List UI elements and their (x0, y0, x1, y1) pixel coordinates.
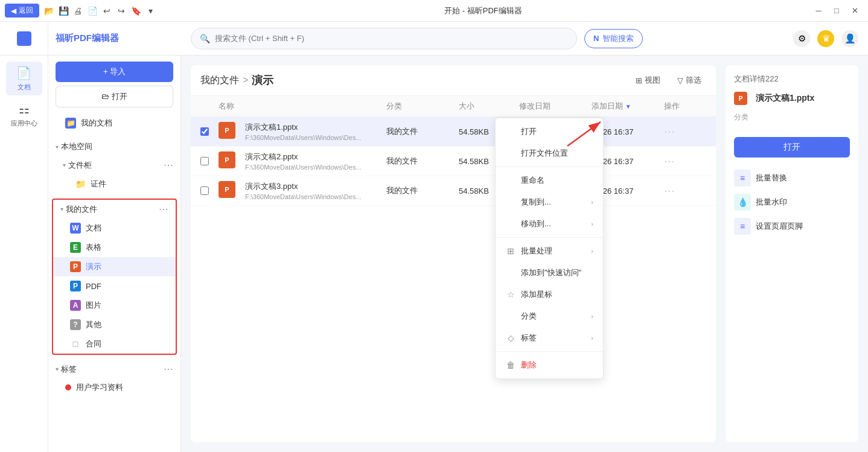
row2-checkbox[interactable] (200, 157, 209, 165)
breadcrumb-parent[interactable]: 我的文件 (200, 74, 239, 87)
dropdown-icon[interactable]: ▾ (144, 5, 156, 17)
row2-actions[interactable]: ⋯ (664, 154, 706, 168)
ai-icon: N (593, 34, 599, 43)
open-label: 🗁 打开 (101, 91, 127, 102)
nav-my-files-contract[interactable]: □ 合同 (53, 334, 176, 354)
col-add-date-label: 添加日期 (592, 101, 623, 110)
print-icon[interactable]: 🖨 (72, 5, 84, 17)
row1-category: 我的文件 (386, 126, 459, 137)
main-layout: 福昕PDF编辑器 📄 文档 ⚏ 应用中心 + 导入 (0, 22, 868, 452)
nav-my-files-header[interactable]: ▾ 我的文件 ⋯ (53, 200, 176, 218)
nav-local-space[interactable]: ▾ 本地空间 (48, 138, 180, 156)
redo-icon[interactable]: ↪ (115, 5, 127, 17)
nav-my-files-img[interactable]: A 图片 (53, 296, 176, 315)
row1-checkbox[interactable] (200, 127, 209, 136)
minimize-button[interactable]: ─ (810, 2, 827, 19)
row2-category: 我的文件 (386, 156, 459, 167)
row3-file-icon: P (219, 181, 235, 198)
import-button[interactable]: + 导入 (56, 62, 173, 82)
row3-checkbox[interactable] (200, 186, 209, 195)
nav-my-docs[interactable]: 📁 我的文档 (48, 113, 180, 133)
sidebar-item-document[interactable]: 📄 文档 (6, 62, 42, 95)
nav-tags-header[interactable]: ▾ 标签 ⋯ (48, 360, 180, 378)
ai-search-button[interactable]: N 智能搜索 (584, 29, 643, 48)
ctx-open[interactable]: 打开 (496, 121, 603, 142)
ctx-copy-to[interactable]: 复制到... › (496, 191, 603, 213)
col-size[interactable]: 大小 (459, 101, 519, 112)
search-box[interactable]: 🔍 (191, 28, 577, 49)
row1-actions[interactable]: ⋯ (664, 125, 706, 138)
table-row[interactable]: P 演示文稿1.pptx F:\360MoveData\Users\Window… (191, 117, 716, 147)
ctx-open-location[interactable]: 打开文件位置 (496, 142, 603, 164)
ctx-divider-2 (496, 237, 603, 238)
crown-icon[interactable]: ♛ (817, 30, 834, 47)
row3-actions[interactable]: ⋯ (664, 184, 706, 197)
col-actions: 操作 (664, 101, 706, 112)
col-category[interactable]: 分类 (386, 101, 459, 112)
col-modify-date[interactable]: 修改日期 (519, 101, 592, 112)
search-input[interactable] (215, 34, 568, 43)
left-column: 福昕PDF编辑器 📄 文档 ⚏ 应用中心 + 导入 (0, 22, 181, 452)
nav-my-files-sheet[interactable]: E 表格 (53, 238, 176, 257)
sidebar-logo-area (0, 22, 48, 55)
nav-my-files-other[interactable]: ? 其他 (53, 315, 176, 334)
app-logo (17, 31, 31, 46)
view-button[interactable]: ⊞ 视图 (631, 72, 665, 88)
ctx-category[interactable]: 分类 › (496, 305, 603, 327)
sort-arrow-icon: ▼ (625, 103, 631, 110)
my-files-more[interactable]: ⋯ (159, 203, 168, 215)
ppt-type-label: 演示 (86, 261, 101, 272)
maximize-button[interactable]: □ (828, 2, 845, 19)
nav-tag-user-learning[interactable]: 用户学习资料 (48, 378, 180, 396)
settings-icon[interactable]: ⚙ (793, 30, 810, 47)
stamp-icon[interactable]: 🔖 (130, 5, 142, 17)
row2-filepath: F:\360MoveData\Users\Windows\Des... (245, 164, 362, 171)
new-doc-icon[interactable]: 📄 (86, 5, 98, 17)
ctx-rename[interactable]: 重命名 (496, 170, 603, 191)
back-button[interactable]: ◀ 返回 (5, 4, 39, 18)
nav-file-cabinet[interactable]: ▾ 文件柜 ⋯ (48, 156, 180, 174)
nav-certificate[interactable]: 📁 证件 (48, 174, 180, 194)
open-button[interactable]: 🗁 打开 (56, 86, 173, 107)
undo-icon[interactable]: ↩ (101, 5, 113, 17)
ctx-rename-label: 重命名 (521, 175, 544, 186)
right-detail-panel: 文档详情222 P 演示文稿1.pptx 分类 打开 ≡ 批量替换 💧 (726, 65, 858, 442)
right-action-batch-watermark[interactable]: 💧 批量水印 (734, 194, 850, 211)
nav-my-files-ppt[interactable]: P 演示 (53, 257, 176, 276)
right-action-batch-replace[interactable]: ≡ 批量替换 (734, 170, 850, 186)
sidebar: 📄 文档 ⚏ 应用中心 (0, 56, 48, 452)
my-files-arrow: ▾ (60, 206, 63, 212)
col-add-date[interactable]: 添加日期 ▼ (592, 101, 664, 112)
search-icon: 🔍 (200, 34, 210, 43)
batch-replace-icon: ≡ (734, 170, 751, 186)
ctx-star[interactable]: ☆ 添加星标 (496, 284, 603, 305)
sidebar-item-apps[interactable]: ⚏ 应用中心 (6, 98, 42, 132)
table-row[interactable]: P 演示文稿3.pptx F:\360MoveData\Users\Window… (191, 176, 716, 206)
tags-more[interactable]: ⋯ (164, 363, 173, 375)
my-files-label: 我的文件 (66, 204, 97, 215)
col-name[interactable]: 名称 (219, 101, 386, 112)
ctx-tag[interactable]: ◇ 标签 › (496, 327, 603, 349)
contract-type-icon: □ (70, 339, 81, 349)
table-row[interactable]: P 演示文稿2.pptx F:\360MoveData\Users\Window… (191, 147, 716, 176)
other-type-icon: ? (70, 319, 81, 330)
file-cabinet-more[interactable]: ⋯ (164, 159, 173, 171)
batch-watermark-label: 批量水印 (756, 197, 787, 208)
right-action-header-footer[interactable]: ≡ 设置页眉页脚 (734, 218, 850, 235)
ctx-quick-access[interactable]: 添加到"快速访问" (496, 262, 603, 284)
avatar[interactable]: 👤 (841, 30, 858, 47)
top-bar: 🔍 N 智能搜索 ⚙ ♛ 👤 (181, 22, 868, 56)
filter-button[interactable]: ▽ 筛选 (672, 72, 706, 88)
row2-file-name-cell: 演示文稿2.pptx F:\360MoveData\Users\Windows\… (245, 151, 362, 171)
right-open-button[interactable]: 打开 (734, 137, 850, 158)
save-icon[interactable]: 💾 (57, 5, 69, 17)
nav-my-files-pdf[interactable]: P PDF (53, 276, 176, 296)
ctx-delete[interactable]: 🗑 删除 (496, 354, 603, 376)
open-folder-icon[interactable]: 📂 (43, 5, 55, 17)
nav-panel: + 导入 🗁 打开 📁 我的文档 ▾ 本地空间 (48, 56, 181, 452)
row3-filename: 演示文稿3.pptx (245, 181, 362, 192)
ctx-move-to[interactable]: 移动到... › (496, 213, 603, 235)
close-button[interactable]: ✕ (846, 2, 863, 19)
nav-my-files-doc[interactable]: W 文档 (53, 218, 176, 238)
ctx-batch[interactable]: ⊞ 批量处理 › (496, 240, 603, 262)
